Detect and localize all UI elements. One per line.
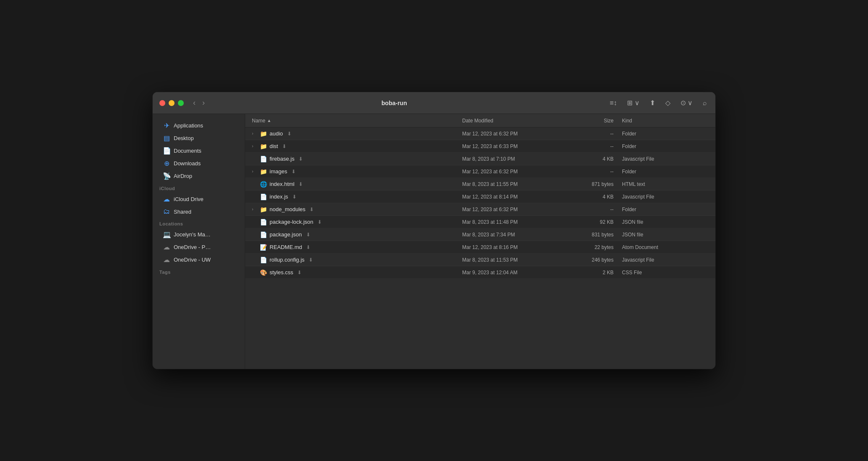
mac-icon: 💻 [163,231,170,238]
file-size: 4 KB [563,156,614,162]
file-kind: Javascript File [614,194,654,200]
list-view-icon[interactable]: ≡↕ [608,98,619,109]
table-row[interactable]: › 📁 dist ⬇ Mar 12, 2023 at 6:33 PM -- Fo… [245,140,715,153]
sidebar-item-desktop[interactable]: ▤ Desktop [156,132,241,144]
file-date: Mar 12, 2023 at 8:14 PM [462,194,563,200]
table-row[interactable]: › 📁 audio ⬇ Mar 12, 2023 at 6:32 PM -- F… [245,127,715,140]
file-kind: Folder [614,131,636,137]
file-type-icon: 📁 [259,143,267,150]
tags-section-label: Tags [153,266,245,276]
table-row[interactable]: › 📁 images ⬇ Mar 12, 2023 at 6:32 PM -- … [245,165,715,178]
table-row[interactable]: 🌐 index.html ⬇ Mar 8, 2023 at 11:55 PM 8… [245,178,715,191]
table-row[interactable]: 🎨 styles.css ⬇ Mar 9, 2023 at 12:04 AM 2… [245,266,715,279]
sidebar-item-shared[interactable]: 🗂 Shared [156,206,241,217]
airdrop-icon: 📡 [163,172,170,180]
sidebar-item-mac[interactable]: 💻 Jocelyn's Ma… [156,228,241,241]
file-size: 246 bytes [563,257,614,263]
file-size: -- [563,207,614,212]
grid-view-icon[interactable]: ⊞ ∨ [625,97,641,109]
sidebar-label-icloud-drive: iCloud Drive [174,196,204,202]
file-date: Mar 8, 2023 at 11:53 PM [462,257,563,263]
file-kind: CSS File [614,270,642,276]
file-type-icon: 📁 [259,206,267,213]
sidebar-item-airdrop[interactable]: 📡 AirDrop [156,170,241,182]
applications-icon: ✈ [163,122,170,130]
cloud-sync-icon: ⬇ [287,131,291,137]
sidebar-label-desktop: Desktop [174,135,194,141]
file-name-cell: 📄 package.json ⬇ [252,231,462,238]
onedrive-p-icon: ☁ [163,243,170,251]
table-row[interactable]: 📄 package.json ⬇ Mar 8, 2023 at 7:34 PM … [245,228,715,241]
window-title: boba-run [180,100,608,106]
col-size-header[interactable]: Size [563,118,614,124]
file-kind: JSON file [614,232,643,238]
file-date: Mar 12, 2023 at 6:32 PM [462,131,563,137]
sidebar-item-icloud-drive[interactable]: ☁ iCloud Drive [156,193,241,205]
col-name-header[interactable]: Name ▲ [252,118,462,124]
file-name: index.html [270,181,294,187]
table-row[interactable]: 📄 index.js ⬇ Mar 12, 2023 at 8:14 PM 4 K… [245,191,715,203]
close-button[interactable] [159,100,165,106]
expand-arrow: › [252,131,257,136]
file-date: Mar 12, 2023 at 6:33 PM [462,143,563,149]
file-name: package.json [270,231,302,238]
cloud-sync-icon: ⬇ [309,257,313,263]
file-date: Mar 12, 2023 at 8:16 PM [462,244,563,250]
tag-icon[interactable]: ◇ [664,97,672,109]
file-kind: Folder [614,143,636,149]
cloud-sync-icon: ⬇ [306,232,310,238]
sidebar-label-onedrive-p: OneDrive - P… [174,244,211,250]
expand-arrow: › [252,144,257,148]
file-date: Mar 12, 2023 at 6:32 PM [462,207,563,212]
file-name: images [270,168,287,175]
file-name: index.js [270,193,288,200]
cloud-sync-icon: ⬇ [318,219,322,225]
file-name-cell: 📄 rollup.config.js ⬇ [252,257,462,263]
file-list: › 📁 audio ⬇ Mar 12, 2023 at 6:32 PM -- F… [245,127,715,369]
file-date: Mar 8, 2023 at 11:55 PM [462,181,563,187]
minimize-button[interactable] [169,100,175,106]
file-name-cell: › 📁 node_modules ⬇ [252,206,462,213]
file-name-cell: 🎨 styles.css ⬇ [252,269,462,276]
file-kind: Atom Document [614,244,658,250]
file-date: Mar 9, 2023 at 12:04 AM [462,270,563,276]
more-icon[interactable]: ⊙ ∨ [679,97,694,109]
shared-icon: 🗂 [163,208,170,215]
toolbar-actions: ≡↕ ⊞ ∨ ⬆ ◇ ⊙ ∨ ⌕ [608,97,709,109]
table-row[interactable]: 📄 package-lock.json ⬇ Mar 8, 2023 at 11:… [245,216,715,228]
col-kind-header[interactable]: Kind [614,118,632,124]
file-type-icon: 🎨 [259,269,267,276]
file-size: 2 KB [563,270,614,276]
desktop-icon: ▤ [163,134,170,142]
expand-arrow: › [252,169,257,174]
file-name: audio [270,130,283,137]
sidebar-label-shared: Shared [174,209,191,215]
sidebar-item-downloads[interactable]: ⊕ Downloads [156,157,241,170]
cloud-sync-icon: ⬇ [297,270,302,276]
file-name: styles.css [270,269,293,276]
sidebar-label-mac: Jocelyn's Ma… [174,231,211,238]
file-kind: HTML text [614,181,645,187]
share-icon[interactable]: ⬆ [648,97,657,109]
sidebar-item-applications[interactable]: ✈ Applications [156,119,241,132]
search-icon[interactable]: ⌕ [701,98,709,109]
file-type-icon: 📝 [259,244,267,251]
sidebar-label-downloads: Downloads [174,160,201,167]
file-kind: Javascript File [614,156,654,162]
file-name: package-lock.json [270,219,313,225]
finder-window: ‹ › boba-run ≡↕ ⊞ ∨ ⬆ ◇ ⊙ ∨ ⌕ ✈ Applicat… [152,92,716,369]
file-size: 831 bytes [563,232,614,238]
table-row[interactable]: 📄 rollup.config.js ⬇ Mar 8, 2023 at 11:5… [245,254,715,266]
expand-arrow: › [252,207,257,212]
sidebar-item-onedrive-p[interactable]: ☁ OneDrive - P… [156,241,241,253]
table-row[interactable]: › 📁 node_modules ⬇ Mar 12, 2023 at 6:32 … [245,203,715,216]
sidebar-item-documents[interactable]: 📄 Documents [156,145,241,157]
col-date-header[interactable]: Date Modified [462,118,563,124]
table-row[interactable]: 📝 README.md ⬇ Mar 12, 2023 at 8:16 PM 22… [245,241,715,254]
table-row[interactable]: 📄 firebase.js ⬇ Mar 8, 2023 at 7:10 PM 4… [245,153,715,165]
cloud-sync-icon: ⬇ [299,181,303,187]
sidebar-item-onedrive-uw[interactable]: ☁ OneDrive - UW [156,254,241,266]
file-size: -- [563,169,614,175]
file-size: 4 KB [563,194,614,200]
main-content: Name ▲ Date Modified Size Kind › 📁 audio… [245,114,715,369]
